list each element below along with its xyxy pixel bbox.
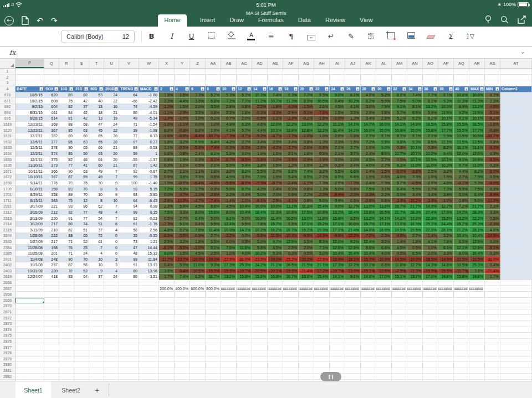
cell[interactable]: 15.8% — [423, 127, 438, 133]
cell[interactable]: 53 — [74, 268, 89, 275]
cell[interactable]: -19.0% — [407, 256, 423, 262]
column-header-S[interactable]: S — [74, 59, 89, 68]
cell[interactable] — [44, 315, 59, 321]
cell[interactable]: 1.5% — [175, 92, 190, 99]
cell[interactable]: 83 — [59, 186, 74, 192]
cell[interactable]: 10.3% — [438, 104, 454, 110]
search-icon[interactable] — [500, 15, 509, 24]
cell[interactable]: -16.9% — [330, 256, 345, 262]
cell[interactable]: 8.6% — [361, 245, 376, 251]
cell[interactable]: 600.0% — [190, 286, 206, 292]
cell[interactable]: -1.0% — [268, 157, 283, 163]
cell[interactable]: 0.3% — [283, 186, 299, 192]
cell[interactable] — [500, 92, 532, 99]
cell[interactable] — [345, 327, 361, 333]
cell[interactable] — [314, 315, 330, 321]
cell[interactable] — [500, 133, 532, 139]
cell[interactable]: 4 — [104, 268, 119, 275]
cell[interactable]: 47 — [89, 122, 104, 128]
row-header-2311[interactable]: 2311 — [0, 204, 16, 210]
cell[interactable]: 8.2% — [237, 169, 252, 175]
cell[interactable] — [407, 80, 423, 86]
cell[interactable]: 12.2% — [345, 262, 361, 268]
cell[interactable]: 12.6% — [345, 245, 361, 251]
cell[interactable] — [175, 298, 190, 304]
cell[interactable]: 4.9% — [221, 174, 237, 180]
cell[interactable]: -6.2% — [485, 116, 500, 122]
cell[interactable] — [268, 368, 283, 374]
cell[interactable] — [206, 339, 221, 345]
cell[interactable]: 12.7% — [407, 262, 423, 268]
cell[interactable]: 8.2% — [469, 169, 485, 175]
cell[interactable]: -5.85 — [139, 192, 159, 198]
cell[interactable] — [89, 292, 104, 298]
cell[interactable]: 6.1% — [438, 245, 454, 251]
cell[interactable]: -2.0% — [345, 192, 361, 198]
cell[interactable] — [485, 303, 500, 309]
cell[interactable] — [283, 333, 299, 339]
row-header-2385[interactable]: 2385 — [0, 251, 16, 257]
ribbon-tab-review[interactable]: Review — [324, 14, 346, 27]
row-header-2869[interactable]: 2869 — [0, 298, 16, 304]
cell[interactable] — [283, 344, 299, 350]
cell[interactable]: 7.2% — [454, 204, 469, 210]
cell[interactable] — [89, 339, 104, 345]
cell[interactable]: -0.8% — [175, 180, 190, 187]
cell[interactable] — [330, 344, 345, 350]
cell[interactable]: 8.1% — [376, 133, 392, 139]
cell[interactable]: -0.5% — [175, 145, 190, 151]
cell[interactable]: -22.6% — [314, 256, 330, 262]
cell[interactable]: -7.5% — [392, 268, 407, 275]
cell[interactable] — [407, 315, 423, 321]
row-header-695[interactable]: 695 — [0, 116, 16, 122]
cell[interactable]: 6.6% — [376, 245, 392, 251]
cell[interactable] — [175, 362, 190, 368]
cell[interactable]: 1/27/09 — [16, 239, 44, 245]
cell[interactable] — [283, 303, 299, 309]
cell[interactable]: 3.2% — [175, 239, 190, 245]
cell[interactable] — [252, 69, 268, 75]
cell[interactable] — [361, 362, 376, 368]
cell[interactable] — [500, 204, 532, 210]
cell[interactable]: 5.3% — [175, 186, 190, 192]
cell[interactable] — [175, 368, 190, 374]
column-header-R[interactable]: R — [59, 59, 74, 68]
cell[interactable] — [485, 80, 500, 86]
cell[interactable]: 9.0% — [330, 92, 345, 99]
cell[interactable]: 1.3% — [314, 163, 330, 169]
cell[interactable]: 0.0% — [221, 239, 237, 245]
cell[interactable]: 4 — [89, 251, 104, 257]
cell[interactable]: -11.3% — [268, 233, 283, 239]
cell[interactable]: 11.4% — [330, 127, 345, 133]
cell[interactable] — [438, 80, 454, 86]
cell[interactable]: 9.4% — [438, 151, 454, 157]
cell[interactable] — [500, 292, 532, 298]
cell[interactable] — [190, 356, 206, 363]
cell[interactable]: 28.1% — [469, 227, 485, 233]
cell[interactable]: 3.3% — [407, 174, 423, 180]
cell[interactable]: 4.9% — [221, 122, 237, 128]
cell[interactable] — [283, 374, 299, 380]
cell[interactable]: 94 — [119, 204, 139, 210]
cell[interactable]: 1.21 — [139, 239, 159, 245]
cell[interactable]: 15.6% — [252, 274, 268, 280]
add-sheet-button[interactable]: + — [89, 381, 105, 398]
cell[interactable] — [119, 344, 139, 350]
cell[interactable] — [16, 350, 44, 356]
cell[interactable]: 3.2% — [175, 139, 190, 146]
cell[interactable]: 13 — [89, 104, 104, 110]
cell[interactable] — [330, 298, 345, 304]
cell[interactable]: 10.9% — [252, 215, 268, 221]
cell[interactable]: 3/11/09 — [16, 227, 44, 233]
cell[interactable]: 99 — [119, 256, 139, 262]
cell[interactable] — [59, 362, 74, 368]
cell[interactable]: 3.3% — [314, 186, 330, 192]
cell[interactable]: 78 — [59, 268, 74, 275]
cell[interactable]: 2.1% — [330, 145, 345, 151]
cell[interactable]: 0.4% — [485, 262, 500, 268]
cell[interactable]: 1.5% — [175, 104, 190, 110]
cell[interactable]: 6.7% — [237, 186, 252, 192]
cell[interactable]: 0.8% — [376, 174, 392, 180]
cell[interactable]: 10.1% — [469, 116, 485, 122]
cell[interactable]: 37 — [74, 104, 89, 110]
